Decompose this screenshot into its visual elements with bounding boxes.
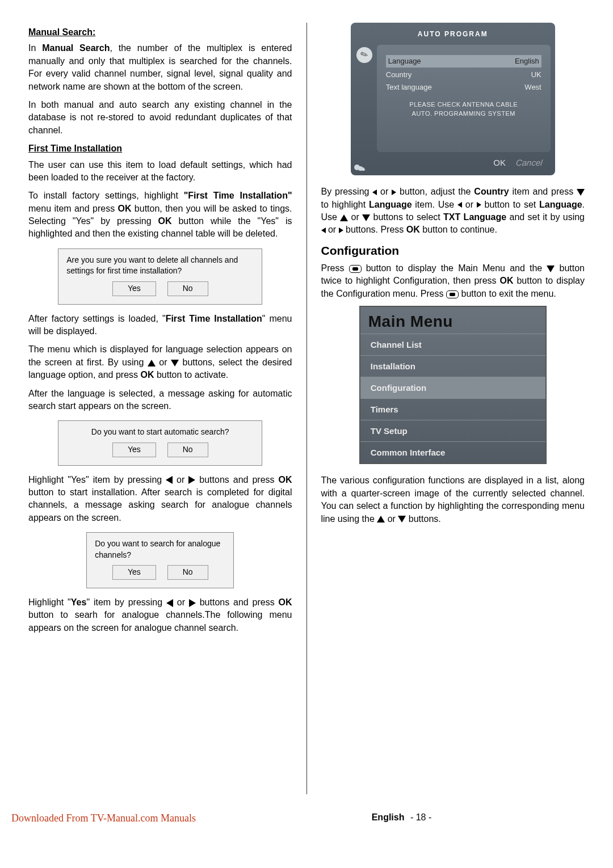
down-icon <box>398 516 406 523</box>
dialog-auto-search: Do you want to start automatic search? Y… <box>58 420 262 465</box>
menu-item-tv-setup[interactable]: TV Setup <box>360 420 545 441</box>
para-after-factory: After factory settings is loaded, "First… <box>28 313 292 338</box>
dialog-text: Do you want to search for analogue chann… <box>95 538 225 561</box>
satellite-icon: ✎ <box>354 44 375 65</box>
main-menu-panel: Main Menu Channel List Installation Conf… <box>359 306 547 464</box>
para-after-language: After the language is selected, a messag… <box>28 387 292 413</box>
left-column: Manual Search: In Manual Search, the num… <box>28 23 307 794</box>
para-manual: In Manual Search, the number of the mult… <box>28 42 292 93</box>
para-highlight-yes-1: Highlight "Yes" item by pressing or butt… <box>28 474 292 525</box>
decorative-dots-icon <box>354 165 363 171</box>
para-config-2: The various configuration functions are … <box>321 474 585 525</box>
para-first-1: The user can use this item to load defau… <box>28 159 292 184</box>
dialog-analogue-search: Do you want to search for analogue chann… <box>86 532 234 588</box>
main-menu-title: Main Menu <box>360 307 545 334</box>
menu-button-icon <box>349 265 362 273</box>
heading-manual-search: Manual Search: <box>28 26 292 39</box>
menu-item-common-interface[interactable]: Common Interface <box>360 441 545 463</box>
page-columns: Manual Search: In Manual Search, the num… <box>28 23 585 794</box>
up-icon <box>377 516 385 523</box>
right-icon <box>188 476 195 484</box>
auto-msg-2: AUTO. PROGRAMMING SYSTEM <box>386 109 541 118</box>
auto-program-title: AUTO PROGRAM <box>355 27 551 45</box>
menu-button-icon <box>446 290 459 298</box>
down-icon <box>547 266 555 272</box>
left-icon <box>166 476 173 484</box>
down-icon <box>171 360 179 366</box>
para-first-2: To install factory settings, highlight "… <box>28 189 292 241</box>
left-icon <box>321 227 326 233</box>
up-icon <box>340 214 348 221</box>
auto-row-country[interactable]: CountryUK <box>386 70 541 80</box>
left-icon <box>166 599 173 607</box>
auto-row-text-language[interactable]: Text languageWest <box>386 82 541 92</box>
yes-button[interactable]: Yes <box>112 443 156 457</box>
para-both-search: In both manual and auto search any exist… <box>28 99 292 137</box>
right-icon <box>392 189 396 195</box>
down-icon <box>362 214 370 221</box>
dialog-delete-channels: Are you sure you want to delete all chan… <box>58 248 262 305</box>
menu-item-timers[interactable]: Timers <box>360 398 545 420</box>
right-column: AUTO PROGRAM ✎ LanguageEnglish CountryUK… <box>307 23 585 794</box>
yes-button[interactable]: Yes <box>112 565 156 580</box>
heading-first-time: First Time Installation <box>28 142 292 155</box>
no-button[interactable]: No <box>167 281 208 296</box>
down-icon <box>577 189 585 196</box>
dialog-text: Are you sure you want to delete all chan… <box>66 255 254 277</box>
up-icon <box>148 360 156 366</box>
footer-language: English <box>372 812 405 822</box>
footer-page-number: - 18 - <box>410 812 431 822</box>
download-source-link[interactable]: Downloaded From TV-Manual.com Manuals <box>11 811 196 825</box>
auto-row-language[interactable]: LanguageEnglish <box>386 55 541 68</box>
heading-configuration: Configuration <box>321 242 585 259</box>
ok-button[interactable]: OK <box>493 157 506 168</box>
right-icon <box>189 599 196 607</box>
para-language-select: The menu which is displayed for language… <box>28 343 292 381</box>
yes-button[interactable]: Yes <box>112 281 156 296</box>
auto-program-panel: AUTO PROGRAM ✎ LanguageEnglish CountryUK… <box>351 23 555 175</box>
page-footer: Downloaded From TV-Manual.com Manuals En… <box>28 811 585 824</box>
menu-item-installation[interactable]: Installation <box>360 355 545 377</box>
no-button[interactable]: No <box>167 565 208 580</box>
para-config-1: Press button to display the Main Menu an… <box>321 262 585 300</box>
menu-item-configuration[interactable]: Configuration <box>360 377 545 398</box>
para-country-adjust: By pressing or button, adjust the Countr… <box>321 186 585 237</box>
menu-item-channel-list[interactable]: Channel List <box>360 334 545 355</box>
auto-msg-1: PLEASE CHECK ANTENNA CABLE <box>386 100 541 109</box>
dialog-text: Do you want to start automatic search? <box>66 427 254 438</box>
no-button[interactable]: No <box>167 443 208 457</box>
left-icon <box>457 202 462 208</box>
para-highlight-yes-2: Highlight "Yes" item by pressing or butt… <box>28 596 292 634</box>
right-icon <box>339 227 343 233</box>
cancel-button[interactable]: Cancel <box>515 157 543 168</box>
right-icon <box>477 202 481 208</box>
